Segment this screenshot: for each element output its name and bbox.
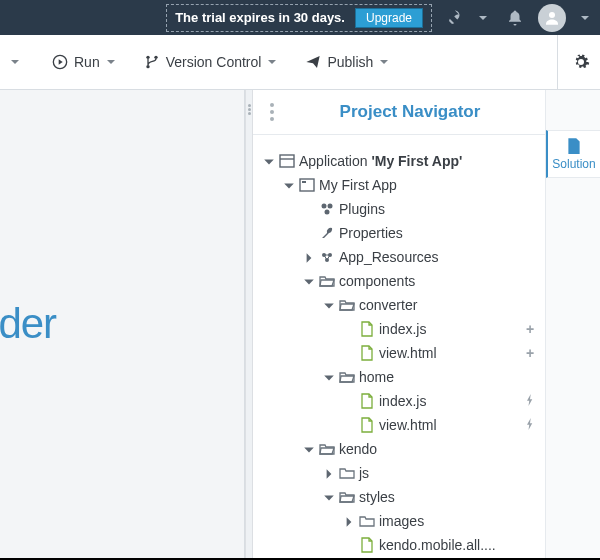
tree-node-js[interactable]: js (323, 461, 539, 485)
play-circle-icon (52, 54, 68, 70)
project-tree: Application 'My First App' My First App (263, 149, 539, 557)
tree-node-file[interactable]: view.html + (343, 341, 539, 365)
kebab-menu[interactable] (263, 103, 281, 121)
chevron-down-icon[interactable] (10, 57, 20, 67)
caret-down-icon[interactable] (323, 371, 335, 383)
chevron-down-icon[interactable] (580, 13, 590, 23)
run-button[interactable]: Run (52, 54, 116, 70)
bolt-icon[interactable] (523, 393, 537, 409)
wrench-icon (319, 225, 335, 241)
add-icon[interactable]: + (523, 345, 537, 361)
application-prefix: Application (299, 153, 371, 169)
plugins-icon (319, 201, 335, 217)
run-label: Run (74, 54, 100, 70)
tree-node-properties[interactable]: Properties (303, 221, 539, 245)
gear-icon (572, 53, 590, 71)
tree-node-home[interactable]: home (323, 365, 539, 389)
tree-node-file[interactable]: index.js (343, 389, 539, 413)
tree-label: view.html (379, 417, 437, 433)
project-icon (299, 177, 315, 193)
settings-button[interactable] (557, 35, 590, 89)
caret-down-icon[interactable] (323, 491, 335, 503)
paper-plane-icon (305, 54, 321, 70)
splitter-handle[interactable] (245, 90, 253, 558)
tree-label: Properties (339, 225, 403, 241)
upgrade-button[interactable]: Upgrade (355, 8, 423, 28)
tree-node-components[interactable]: components (303, 269, 539, 293)
tree-node-project[interactable]: My First App (283, 173, 539, 197)
tree-node-file[interactable]: view.html (343, 413, 539, 437)
file-icon (565, 137, 583, 155)
tab-solution[interactable]: Solution (546, 130, 600, 178)
chevron-down-icon[interactable] (478, 13, 488, 23)
tree-node-plugins[interactable]: Plugins (303, 197, 539, 221)
file-icon (359, 345, 375, 361)
tree-label: js (359, 465, 369, 481)
file-icon (359, 393, 375, 409)
tree-node-file[interactable]: index.js + (343, 317, 539, 341)
file-icon (359, 537, 375, 553)
bolt-icon[interactable] (523, 417, 537, 433)
tree-label: Plugins (339, 201, 385, 217)
tree-node-app-resources[interactable]: App_Resources (303, 245, 539, 269)
chevron-down-icon (267, 57, 277, 67)
application-icon (279, 153, 295, 169)
file-icon (359, 417, 375, 433)
tree-label: converter (359, 297, 417, 313)
vcs-label: Version Control (166, 54, 262, 70)
tree-label: kendo (339, 441, 377, 457)
svg-point-10 (328, 204, 333, 209)
version-control-button[interactable]: Version Control (144, 54, 278, 70)
tree-node-images[interactable]: images (343, 509, 539, 533)
svg-point-2 (146, 56, 149, 59)
chevron-down-icon (106, 57, 116, 67)
tree-label: index.js (379, 321, 426, 337)
svg-point-3 (146, 65, 149, 68)
svg-point-11 (325, 210, 330, 215)
caret-down-icon[interactable] (323, 299, 335, 311)
caret-down-icon[interactable] (303, 275, 315, 287)
resources-icon (319, 249, 335, 265)
folder-icon (339, 465, 355, 481)
tree-label: My First App (319, 177, 397, 193)
chevron-down-icon (379, 57, 389, 67)
tree-label: home (359, 369, 394, 385)
folder-open-icon (339, 489, 355, 505)
tree-node-converter[interactable]: converter (323, 293, 539, 317)
caret-right-icon[interactable] (303, 251, 315, 263)
caret-down-icon[interactable] (263, 155, 275, 167)
avatar[interactable] (538, 4, 566, 32)
trial-banner: The trial expires in 30 days. Upgrade (166, 4, 432, 32)
bell-icon[interactable] (506, 9, 524, 27)
svg-rect-5 (280, 155, 294, 167)
folder-open-icon (339, 369, 355, 385)
tree-label: index.js (379, 393, 426, 409)
tree-node-file[interactable]: kendo.mobile.all.... (343, 533, 539, 557)
caret-down-icon[interactable] (303, 443, 315, 455)
project-navigator-title: Project Navigator (295, 102, 545, 122)
caret-right-icon[interactable] (343, 515, 355, 527)
tree-label: view.html (379, 345, 437, 361)
branch-icon (144, 54, 160, 70)
editor-pane: pBuilder (0, 90, 245, 558)
tree-node-application[interactable]: Application 'My First App' (263, 149, 539, 173)
application-name: 'My First App' (371, 153, 462, 169)
svg-point-4 (154, 56, 157, 59)
tree-label: images (379, 513, 424, 529)
caret-right-icon[interactable] (323, 467, 335, 479)
folder-icon (359, 513, 375, 529)
tree-node-kendo[interactable]: kendo (303, 437, 539, 461)
folder-open-icon (319, 273, 335, 289)
svg-rect-7 (300, 179, 314, 191)
rocket-icon[interactable] (446, 9, 464, 27)
brand-text: pBuilder (0, 300, 56, 348)
tree-node-styles[interactable]: styles (323, 485, 539, 509)
caret-down-icon[interactable] (283, 179, 295, 191)
publish-button[interactable]: Publish (305, 54, 389, 70)
folder-open-icon (319, 441, 335, 457)
trial-text: The trial expires in 30 days. (175, 10, 345, 25)
tab-label: Solution (552, 157, 595, 171)
add-icon[interactable]: + (523, 321, 537, 337)
tree-label: components (339, 273, 415, 289)
tree-label: App_Resources (339, 249, 439, 265)
